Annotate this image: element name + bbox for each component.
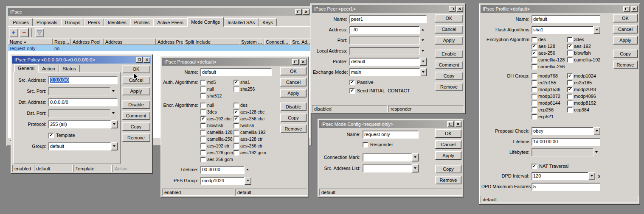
checkbox[interactable]	[200, 109, 206, 115]
name-input[interactable]: default	[200, 68, 272, 76]
policy-titlebar[interactable]: IPsec Policy <0.0.0.0/0:0->0.0.0.0/0:0> …	[12, 56, 151, 64]
lifetime-input[interactable]: 00:30:00	[200, 166, 245, 174]
algorithm-option[interactable]: aes-192	[567, 44, 600, 49]
checkbox[interactable]	[532, 100, 537, 106]
dh-group-option[interactable]: modp768	[532, 73, 567, 79]
ok-button[interactable]: OK	[435, 129, 461, 138]
checkbox[interactable]	[567, 50, 573, 56]
checkbox[interactable]	[233, 130, 239, 135]
column-header[interactable]: Address Pool	[71, 39, 104, 45]
maximize-button[interactable]	[136, 57, 143, 63]
algorithm-option[interactable]: 3des	[200, 109, 233, 115]
enable-button[interactable]: Enable	[435, 50, 463, 58]
dpd-max-failures-input[interactable]: 5	[532, 183, 600, 191]
cancel-button[interactable]: Cancel	[613, 25, 638, 33]
remove-button[interactable]: Remove	[435, 83, 463, 91]
copy-button[interactable]: Copy	[613, 50, 638, 58]
cancel-button[interactable]: Cancel	[122, 76, 150, 84]
dropdown-button[interactable]	[593, 127, 600, 135]
tab-general[interactable]: General	[14, 64, 38, 72]
apply-button[interactable]: Apply	[280, 89, 307, 97]
algorithm-option[interactable]: aes-128 cbc	[233, 109, 266, 115]
cancel-button[interactable]: Cancel	[435, 25, 463, 33]
dh-group-option[interactable]: ec2n185	[567, 80, 596, 86]
dropdown-button[interactable]	[420, 68, 427, 76]
proposal-check-value-box[interactable]: obey	[532, 127, 593, 135]
dropdown-button[interactable]	[245, 177, 251, 185]
chevron-down-icon[interactable]	[422, 50, 424, 52]
checkbox[interactable]	[200, 136, 206, 142]
copy-button[interactable]: Copy	[122, 122, 150, 131]
copy-button[interactable]: Copy	[435, 72, 463, 80]
checkbox[interactable]	[200, 86, 206, 92]
algorithm-option[interactable]: aes-128	[532, 44, 567, 49]
profile-value-box[interactable]: default	[349, 58, 420, 66]
group-value-box[interactable]: default	[48, 142, 111, 150]
checkbox[interactable]	[200, 143, 206, 149]
ok-button[interactable]: OK	[122, 65, 150, 73]
copy-button[interactable]: Copy	[280, 114, 307, 122]
peer-titlebar[interactable]: IPsec Peer <peer1> ✕	[312, 5, 464, 13]
remove-button[interactable]: Remove	[435, 176, 461, 184]
ok-button[interactable]: OK	[613, 14, 638, 22]
checkbox[interactable]	[200, 157, 206, 162]
lifetime-input[interactable]: 1d 00:00:00	[532, 138, 600, 146]
dst-port-input[interactable]	[48, 109, 110, 117]
checkbox[interactable]	[567, 57, 573, 63]
nat-traversal-checkbox[interactable]	[532, 164, 537, 169]
algorithm-option[interactable]: null	[200, 86, 233, 92]
dropdown-button[interactable]	[420, 58, 427, 66]
checkbox[interactable]	[233, 109, 239, 115]
connection-mark-select[interactable]	[363, 153, 419, 161]
hash-value-box[interactable]: sha1	[532, 26, 593, 34]
checkbox[interactable]	[233, 123, 239, 128]
algorithm-option[interactable]: des	[532, 37, 567, 42]
local-address-input[interactable]	[349, 47, 420, 55]
algorithm-option[interactable]: sha256	[233, 86, 255, 92]
column-header[interactable]: Connecti...	[264, 39, 290, 45]
src-port-input[interactable]	[48, 87, 110, 95]
checkbox[interactable]	[200, 93, 206, 99]
column-header[interactable]: Address Prefi...	[156, 39, 183, 45]
dh-group-option[interactable]: modp1536	[532, 87, 567, 92]
checkbox[interactable]	[233, 103, 239, 108]
checkbox[interactable]	[532, 44, 537, 49]
chevron-up-icon[interactable]	[422, 29, 424, 31]
filter-button[interactable]	[35, 28, 44, 37]
apply-button[interactable]: Apply	[435, 36, 463, 44]
exchange-mode-value-box[interactable]: main	[349, 68, 420, 76]
profile-select[interactable]: default	[349, 58, 427, 66]
src-address-list-value-box[interactable]	[363, 164, 412, 172]
algorithm-option[interactable]: aes-256	[532, 50, 567, 56]
dh-group-option[interactable]: modp3072	[532, 94, 567, 99]
apply-button[interactable]: Apply	[613, 36, 638, 44]
column-header[interactable]: Resp...	[53, 39, 71, 45]
dh-group-option[interactable]: modp8192	[567, 100, 596, 106]
checkbox[interactable]	[233, 86, 239, 92]
close-button[interactable]: ✕	[300, 59, 307, 65]
responder-checkbox[interactable]	[363, 142, 368, 147]
ok-button[interactable]: OK	[435, 14, 463, 22]
algorithm-option[interactable]: md5	[200, 80, 233, 85]
maximize-button[interactable]	[295, 9, 302, 15]
checkbox[interactable]	[532, 94, 537, 99]
checkbox[interactable]	[567, 94, 573, 99]
dh-group-option[interactable]: ec2n155	[532, 80, 567, 86]
dst-address-input[interactable]: 0.0.0.0/0	[48, 98, 118, 106]
algorithm-option[interactable]: camellia-192	[567, 57, 600, 63]
tab[interactable]: Mode Configs	[187, 17, 224, 27]
pfs-group-select[interactable]: modp1024	[200, 177, 251, 185]
algorithm-option[interactable]: blowfish	[567, 50, 600, 56]
tab[interactable]: Proposals	[33, 18, 61, 26]
algorithm-option[interactable]: aes-256 gcm	[200, 157, 233, 162]
checkbox[interactable]	[532, 73, 537, 79]
comment-button[interactable]: Comment	[435, 61, 463, 69]
port-input[interactable]	[349, 36, 420, 44]
checkbox[interactable]	[200, 116, 206, 122]
dh-group-option[interactable]: ecp256	[532, 107, 567, 113]
close-button[interactable]: ✕	[143, 57, 150, 63]
checkbox[interactable]	[532, 50, 537, 56]
algorithm-option[interactable]: aes-256 cbc	[233, 116, 266, 122]
algorithm-option[interactable]: twofish	[233, 123, 266, 128]
tab[interactable]: Installed SAs	[224, 18, 259, 26]
